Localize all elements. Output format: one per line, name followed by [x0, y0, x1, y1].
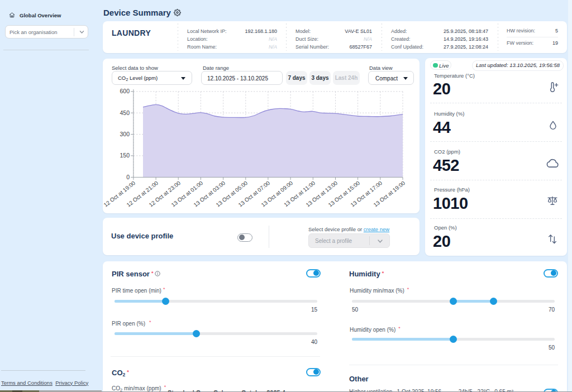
svg-text:0: 0: [126, 174, 130, 180]
svg-text:450: 450: [120, 109, 130, 116]
svg-text:150: 150: [120, 152, 130, 159]
svg-text:600: 600: [120, 88, 130, 94]
svg-text:300: 300: [120, 131, 130, 137]
